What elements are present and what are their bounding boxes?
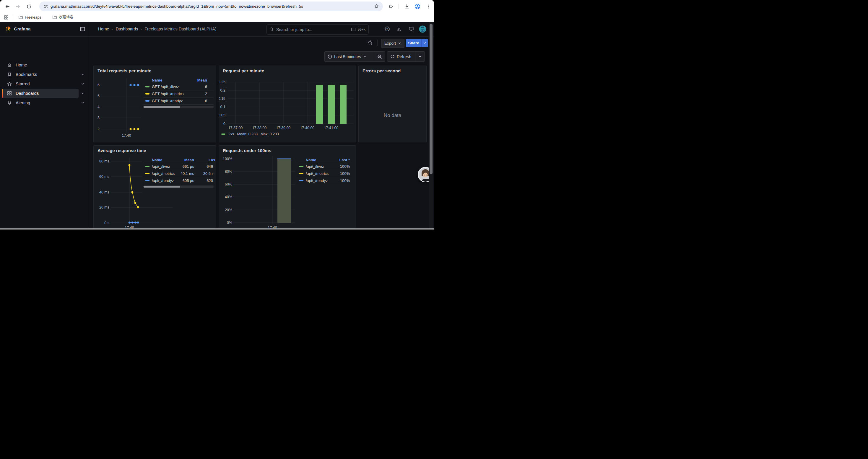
- series-name[interactable]: /api/_/metrics: [299, 170, 329, 177]
- axis-tick-label: 100%: [223, 157, 232, 161]
- series-name[interactable]: GET /api/_/readyz: [145, 97, 183, 104]
- table-scrollbar[interactable]: [143, 186, 214, 188]
- address-bar[interactable]: grafana.mathmast.com/d/deytv4rwavabkb/fr…: [39, 1, 383, 11]
- panel-title[interactable]: Requests under 100ms: [223, 148, 271, 153]
- legend-row[interactable]: /api/_/metrics100%: [297, 170, 352, 177]
- series-color-pill: [145, 100, 150, 102]
- legend-row[interactable]: GET /api/_/metrics2: [143, 90, 214, 97]
- bookmark-folder-freeleaps[interactable]: Freeleaps: [16, 14, 43, 21]
- column-header-name[interactable]: Name: [152, 157, 162, 163]
- series-color-pill: [145, 173, 150, 174]
- panel-title[interactable]: Request per minute: [223, 68, 264, 73]
- legend-row[interactable]: /api/_/livez100%: [297, 163, 352, 170]
- column-header-mean[interactable]: Mean: [184, 157, 194, 163]
- bookmark-folder-blogs[interactable]: 收藏博客: [50, 14, 75, 21]
- column-header-last[interactable]: Last *: [339, 157, 350, 163]
- breadcrumb-home[interactable]: Home: [98, 27, 109, 31]
- table-scrollbar-thumb[interactable]: [144, 106, 180, 108]
- download-icon[interactable]: [404, 3, 410, 9]
- column-header-las[interactable]: Las: [209, 157, 215, 163]
- sidebar-toggle-icon[interactable]: [80, 27, 85, 32]
- time-controls: Last 5 minutes: [324, 52, 385, 62]
- zoom-out-button[interactable]: [374, 52, 385, 61]
- table-scrollbar-thumb[interactable]: [144, 186, 180, 188]
- axis-tick-label: 17:38:00: [252, 126, 267, 130]
- legend-row[interactable]: GET /api/_/readyz6: [143, 97, 214, 104]
- time-range-picker[interactable]: Last 5 minutes: [325, 52, 374, 61]
- series-name[interactable]: /api/_/livez: [299, 163, 324, 170]
- extensions-icon[interactable]: [388, 3, 394, 9]
- home-icon: [7, 63, 12, 67]
- help-icon[interactable]: ?: [384, 26, 390, 32]
- reload-icon[interactable]: [26, 3, 32, 9]
- column-header-mean[interactable]: Mean: [197, 77, 207, 83]
- sidebar-item-home[interactable]: Home: [2, 61, 79, 69]
- axis-tick-label: 60 ms: [99, 174, 109, 179]
- chevron-down-icon[interactable]: [81, 101, 85, 104]
- series-name[interactable]: /api/_/metrics: [145, 170, 175, 177]
- sidebar-divider: [89, 22, 89, 230]
- panel-request-per-minute: Request per minute 0.250.20.150.10.05017…: [219, 66, 356, 142]
- bookmark-star-icon[interactable]: [374, 4, 379, 9]
- legend-row[interactable]: /api/_/readyz605 µs620: [143, 177, 214, 184]
- refresh-button[interactable]: Refresh: [387, 52, 415, 61]
- forward-icon[interactable]: [15, 3, 21, 9]
- legend-table: NameMeanLas/api/_/livez661 µs646/api/_/m…: [143, 157, 214, 184]
- svg-text:?: ?: [386, 27, 388, 30]
- series-name[interactable]: 2xx: [228, 132, 234, 136]
- refresh-interval-button[interactable]: [415, 52, 425, 61]
- table-scrollbar[interactable]: [143, 106, 214, 108]
- chevron-down-icon[interactable]: [81, 73, 85, 76]
- share-button[interactable]: Share: [406, 39, 421, 47]
- share-menu-button[interactable]: [421, 39, 428, 47]
- kiosk-monitor-icon[interactable]: [408, 26, 414, 32]
- site-settings-icon[interactable]: [43, 4, 48, 9]
- series-name[interactable]: /api/_/readyz: [299, 177, 328, 184]
- sidebar-item-starred[interactable]: Starred: [2, 79, 79, 88]
- user-avatar[interactable]: [419, 25, 426, 33]
- panel-title[interactable]: Average response time: [97, 148, 146, 153]
- apps-grid-icon[interactable]: [3, 14, 9, 21]
- axis-tick-label: 6: [97, 83, 99, 87]
- chevron-down-icon[interactable]: [81, 82, 85, 86]
- legend-row[interactable]: GET /api/_/livez6: [143, 83, 214, 90]
- series-name[interactable]: GET /api/_/metrics: [145, 90, 183, 97]
- legend-row[interactable]: /api/_/livez661 µs646: [143, 163, 214, 170]
- panel-title[interactable]: Total requests per minute: [97, 68, 151, 73]
- profile-icon[interactable]: [414, 3, 421, 9]
- series-value: 40.1 ms: [181, 170, 194, 177]
- series-name[interactable]: GET /api/_/livez: [145, 83, 179, 90]
- scrollbar-thumb[interactable]: [430, 24, 433, 174]
- sidebar-item-alerting[interactable]: Alerting: [2, 98, 79, 107]
- favorite-dashboard-icon[interactable]: [368, 40, 373, 45]
- brand-name[interactable]: Grafana: [14, 26, 31, 31]
- series-value: 100%: [340, 170, 350, 177]
- axis-tick-label: 17:39:00: [276, 126, 291, 130]
- bookmarks-bar: Freeleaps 收藏博客: [0, 13, 434, 22]
- chevron-down-icon[interactable]: [81, 92, 85, 95]
- sidebar-item-label: Bookmarks: [16, 72, 37, 77]
- series-name[interactable]: /api/_/readyz: [145, 177, 174, 184]
- bookmark-folder-label: 收藏博客: [59, 15, 73, 20]
- column-header-name[interactable]: Name: [306, 157, 316, 163]
- legend-row[interactable]: /api/_/metrics40.1 ms20.5 r: [143, 170, 214, 177]
- browser-menu-icon[interactable]: [426, 3, 432, 9]
- search-input[interactable]: Search or jump to... ⌘+k: [267, 24, 369, 35]
- breadcrumb-separator: ›: [112, 27, 113, 31]
- page-scrollbar[interactable]: [429, 22, 433, 230]
- grafana-logo[interactable]: [5, 26, 11, 32]
- column-header-name[interactable]: Name: [152, 77, 162, 83]
- back-icon[interactable]: [4, 3, 10, 9]
- keyboard-icon: [351, 28, 356, 31]
- news-rss-icon[interactable]: [396, 26, 402, 32]
- sidebar-item-dashboards[interactable]: Dashboards: [2, 89, 79, 98]
- export-button[interactable]: Export: [381, 39, 404, 48]
- axis-tick-label: 0.15: [219, 97, 225, 101]
- panel-title[interactable]: Errors per second: [363, 68, 401, 73]
- breadcrumb-dashboards[interactable]: Dashboards: [116, 27, 138, 31]
- sidebar-item-bookmarks[interactable]: Bookmarks: [2, 70, 79, 79]
- window-bottom-edge: [0, 228, 434, 230]
- series-value: 6: [205, 83, 207, 90]
- legend-row[interactable]: /api/_/readyz100%: [297, 177, 352, 184]
- series-name[interactable]: /api/_/livez: [145, 163, 170, 170]
